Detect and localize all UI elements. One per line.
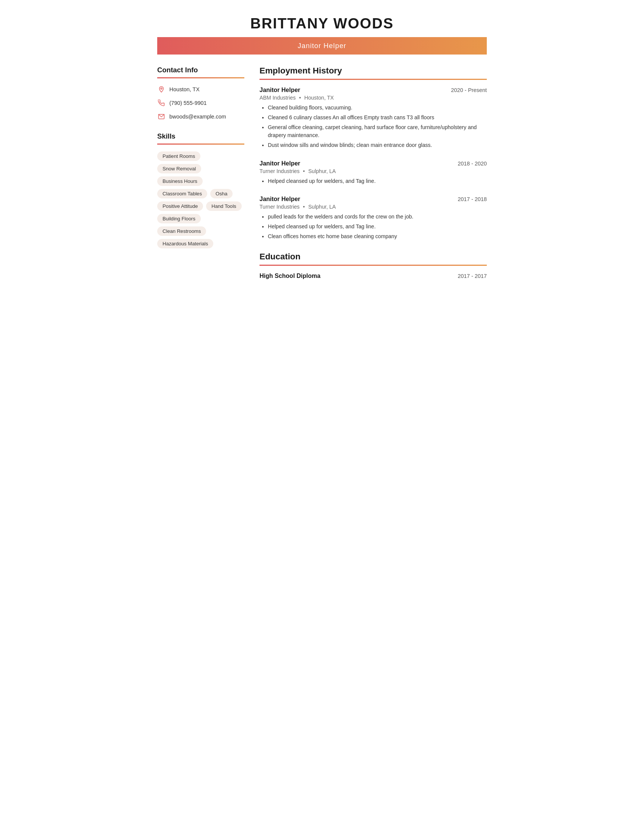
- edu-title: High School Diploma: [259, 273, 320, 280]
- skills-divider: [157, 143, 244, 145]
- skill-tag: Business Hours: [157, 177, 203, 186]
- job-company: Turner Industries • Sulphur, LA: [259, 204, 487, 210]
- resume-header: BRITTANY WOODS Janitor Helper: [157, 15, 487, 55]
- jobs-container: Janitor Helper2020 - PresentABM Industri…: [259, 87, 487, 240]
- job-header: Janitor Helper2020 - Present: [259, 87, 487, 93]
- job-title: Janitor Helper: [259, 87, 300, 93]
- sidebar: Contact Info Houston, TX (790) 555-: [157, 66, 244, 291]
- skill-tag: Clean Restrooms: [157, 227, 206, 236]
- job-bullets: Cleaned building floors, vacuuming.Clean…: [259, 104, 487, 150]
- skill-tags-container: Patient RoomsSnow RemovalBusiness HoursC…: [157, 151, 244, 248]
- list-item: Dust window sills and window blinds; cle…: [268, 141, 487, 149]
- list-item: Clean offices homes etc home base cleani…: [268, 233, 487, 240]
- job-dates: 2017 - 2018: [457, 196, 487, 202]
- contact-heading: Contact Info: [157, 66, 244, 74]
- location-icon: [157, 85, 166, 93]
- title-bar: Janitor Helper: [157, 37, 487, 55]
- job-header: Janitor Helper2017 - 2018: [259, 196, 487, 203]
- job-title: Janitor Helper: [259, 196, 300, 203]
- job-entry: Janitor Helper2020 - PresentABM Industri…: [259, 87, 487, 150]
- employment-divider: [259, 79, 487, 80]
- list-item: pulled leads for the welders and cords f…: [268, 213, 487, 221]
- job-entry: Janitor Helper2017 - 2018Turner Industri…: [259, 196, 487, 240]
- email-icon: [157, 113, 166, 121]
- svg-point-0: [161, 88, 162, 89]
- main-content: Employment History Janitor Helper2020 - …: [259, 66, 487, 291]
- contact-divider: [157, 77, 244, 78]
- full-name: BRITTANY WOODS: [157, 15, 487, 32]
- skill-tag: Snow Removal: [157, 164, 201, 174]
- job-company: Turner Industries • Sulphur, LA: [259, 168, 487, 174]
- phone-icon: [157, 99, 166, 107]
- skill-tag: Positive Attitude: [157, 201, 203, 211]
- skill-tag: Hazardous Materials: [157, 239, 213, 248]
- job-title: Janitor Helper: [298, 42, 346, 50]
- contact-location: Houston, TX: [157, 85, 244, 93]
- phone-text: (790) 555-9901: [169, 100, 206, 106]
- contact-email: bwoods@example.com: [157, 113, 244, 121]
- job-title: Janitor Helper: [259, 160, 300, 167]
- job-header: Janitor Helper2018 - 2020: [259, 160, 487, 167]
- main-layout: Contact Info Houston, TX (790) 555-: [157, 66, 487, 291]
- location-text: Houston, TX: [169, 86, 200, 92]
- job-dates: 2018 - 2020: [457, 161, 487, 167]
- skills-heading: Skills: [157, 132, 244, 140]
- employment-heading: Employment History: [259, 66, 487, 76]
- job-entry: Janitor Helper2018 - 2020Turner Industri…: [259, 160, 487, 185]
- skill-tag: Building Floors: [157, 214, 201, 224]
- job-company: ABM Industries • Houston, TX: [259, 95, 487, 101]
- job-bullets: pulled leads for the welders and cords f…: [259, 213, 487, 240]
- education-divider: [259, 265, 487, 266]
- list-item: Helped cleansed up for welders, and Tag …: [268, 177, 487, 185]
- skill-tag: Patient Rooms: [157, 151, 200, 161]
- skills-section: Skills Patient RoomsSnow RemovalBusiness…: [157, 132, 244, 248]
- list-item: Cleaned building floors, vacuuming.: [268, 104, 487, 112]
- job-bullets: Helped cleansed up for welders, and Tag …: [259, 177, 487, 185]
- list-item: Helped cleansed up for welders, and Tag …: [268, 223, 487, 231]
- email-text: bwoods@example.com: [169, 114, 226, 120]
- education-container: High School Diploma2017 - 2017: [259, 273, 487, 280]
- edu-dates: 2017 - 2017: [457, 273, 487, 279]
- education-section: Education High School Diploma2017 - 2017: [259, 252, 487, 280]
- edu-entry: High School Diploma2017 - 2017: [259, 273, 487, 280]
- skill-tag: Osha: [210, 189, 233, 198]
- education-heading: Education: [259, 252, 487, 262]
- employment-section: Employment History Janitor Helper2020 - …: [259, 66, 487, 240]
- list-item: General office cleaning, carpet cleaning…: [268, 124, 487, 139]
- contact-phone: (790) 555-9901: [157, 99, 244, 107]
- job-dates: 2020 - Present: [451, 87, 487, 93]
- skill-tag: Hand Tools: [206, 201, 242, 211]
- skill-tag: Classroom Tables: [157, 189, 207, 198]
- contact-section: Contact Info Houston, TX (790) 555-: [157, 66, 244, 121]
- list-item: Cleaned 6 culinary classes An all office…: [268, 114, 487, 122]
